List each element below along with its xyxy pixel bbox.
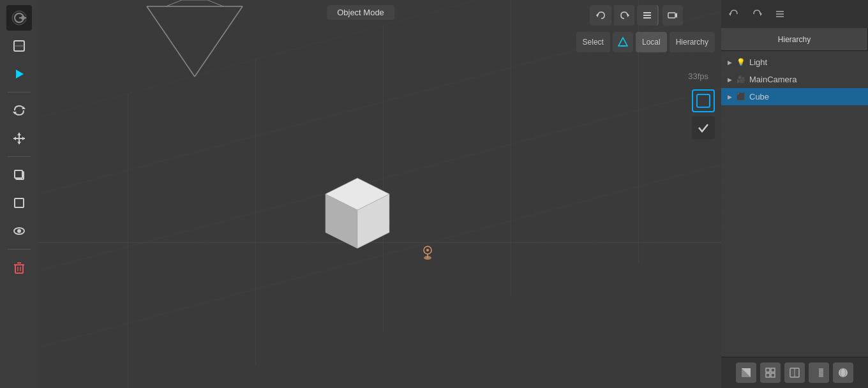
fps-counter: 33fps (688, 71, 708, 81)
svg-rect-27 (668, 13, 675, 18)
transform-all-btn[interactable] (6, 126, 32, 151)
viewport[interactable]: Object Mode 33fps (0, 0, 721, 388)
svg-rect-69 (766, 368, 770, 372)
bottom-right-icons (721, 357, 868, 388)
camera-label: MainCamera (749, 75, 797, 84)
redo-btn[interactable] (614, 5, 634, 26)
left-toolbar (0, 0, 38, 388)
right-panel-top-bar (721, 0, 868, 28)
camera-arrow: ▶ (726, 77, 733, 83)
svg-rect-54 (15, 198, 24, 207)
svg-marker-30 (627, 13, 629, 17)
origin-marker (420, 241, 435, 264)
hierarchy-item-cube[interactable]: ▶ ⬛ Cube (721, 88, 868, 105)
svg-point-15 (426, 249, 429, 251)
cube-arrow: ▶ (726, 94, 733, 100)
svg-marker-62 (729, 12, 731, 16)
svg-line-4 (195, 6, 243, 77)
tab-hierarchy-label: Hierarchy (778, 35, 811, 44)
light-label: Light (749, 57, 767, 67)
tab-hierarchy[interactable]: Hierarchy (721, 28, 868, 50)
viewport-frame-btn[interactable] (6, 33, 32, 59)
svg-marker-63 (760, 12, 762, 16)
mode-bar[interactable]: Object Mode (327, 5, 394, 20)
menu-btn[interactable] (637, 5, 657, 26)
svg-point-77 (839, 368, 848, 377)
svg-line-6 (166, 0, 182, 6)
mode-label: Object Mode (337, 8, 384, 17)
blender-logo-btn[interactable] (6, 5, 32, 31)
rp-menu-btn[interactable] (770, 4, 790, 24)
local-btn[interactable]: Local (636, 32, 667, 52)
local-icon[interactable] (613, 32, 633, 52)
right-panel: Hierarchy ▶ 💡 Light ▶ 🎥 MainCamera ▶ ⬛ C… (721, 0, 868, 388)
hierarchy-btn[interactable]: Hierarchy (670, 32, 715, 52)
svg-line-3 (147, 6, 195, 77)
sphere-btn[interactable] (833, 362, 853, 383)
camera-render-btn[interactable] (662, 5, 683, 26)
svg-marker-50 (13, 137, 16, 140)
rp-undo-btn[interactable] (724, 4, 744, 24)
right-panel-tabs: Hierarchy (721, 28, 868, 51)
separator-3 (8, 249, 31, 250)
svg-point-56 (17, 229, 21, 233)
camera-frustum (115, 0, 274, 83)
svg-marker-48 (17, 133, 21, 135)
select-row: Select Local Hierarchy (576, 32, 715, 52)
svg-marker-51 (22, 137, 25, 140)
svg-marker-34 (618, 38, 627, 46)
svg-marker-49 (17, 142, 21, 144)
svg-rect-76 (814, 368, 819, 377)
shading-material-btn[interactable] (809, 362, 829, 383)
scene-cube (306, 156, 408, 260)
svg-rect-70 (771, 368, 775, 372)
select-btn[interactable]: Select (576, 32, 610, 52)
cube-label: Cube (749, 92, 769, 101)
shading-wire-btn[interactable] (784, 362, 805, 383)
camera-icon-hier: 🎥 (737, 75, 745, 84)
checkmark-btn[interactable] (692, 116, 715, 139)
svg-rect-72 (771, 373, 775, 377)
shading-solid-btn[interactable] (736, 362, 756, 383)
svg-marker-29 (596, 13, 598, 17)
eye-btn[interactable] (6, 218, 32, 244)
svg-rect-71 (766, 373, 770, 377)
frame-object-btn[interactable] (6, 190, 32, 216)
separator-2 (8, 156, 31, 157)
shading-panels-btn[interactable] (760, 362, 781, 383)
svg-rect-57 (15, 265, 23, 273)
svg-line-7 (207, 0, 223, 6)
separator-1 (8, 92, 31, 93)
svg-rect-53 (15, 170, 22, 178)
hierarchy-item-camera[interactable]: ▶ 🎥 MainCamera (721, 71, 868, 88)
hierarchy-item-light[interactable]: ▶ 💡 Light (721, 54, 868, 71)
undo-redo-bar (591, 5, 657, 26)
svg-marker-43 (16, 70, 24, 78)
duplicate-btn[interactable] (6, 162, 32, 188)
light-icon: 💡 (737, 58, 745, 66)
light-arrow: ▶ (726, 59, 733, 66)
select-highlight-box (692, 89, 715, 112)
delete-btn[interactable] (6, 255, 32, 280)
refresh-btn[interactable] (6, 98, 32, 123)
rp-redo-btn[interactable] (747, 4, 767, 24)
undo-btn[interactable] (591, 5, 611, 26)
cube-icon-hier: ⬛ (737, 93, 745, 101)
svg-rect-36 (697, 94, 710, 107)
hierarchy-list: ▶ 💡 Light ▶ 🎥 MainCamera ▶ ⬛ Cube (721, 51, 868, 357)
play-btn[interactable] (6, 61, 32, 87)
